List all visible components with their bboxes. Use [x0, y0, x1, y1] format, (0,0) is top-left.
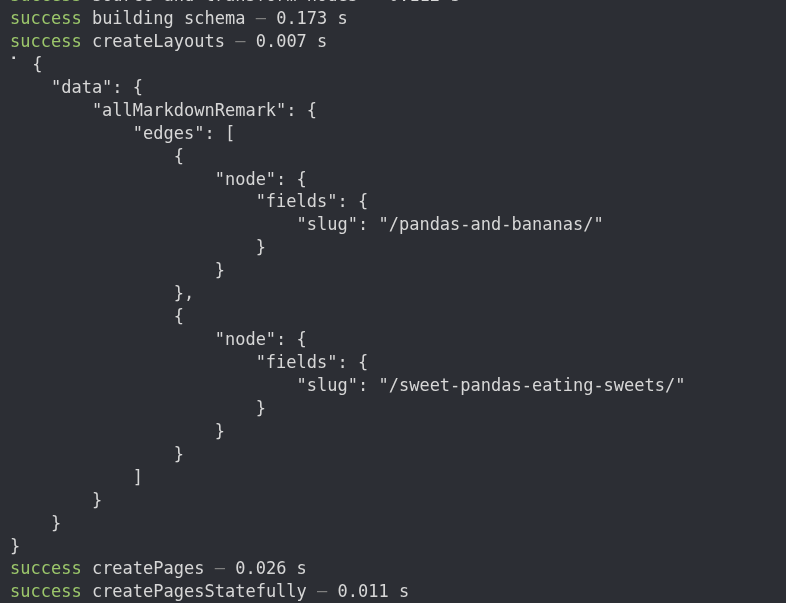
sep: —: [215, 558, 225, 578]
sep: —: [256, 8, 266, 28]
task-time: 0.173 s: [266, 8, 348, 28]
json-line: "allMarkdownRemark": {: [10, 99, 776, 122]
log-line-create-pages: success createPages — 0.026 s: [10, 557, 776, 580]
json-line: "fields": {: [10, 351, 776, 374]
json-line: }: [10, 443, 776, 466]
json-line: }: [10, 489, 776, 512]
task-name: createLayouts: [82, 31, 236, 51]
spinner-icon: ⠁: [10, 53, 22, 76]
task-name: building schema: [82, 8, 256, 28]
json-line: }: [10, 512, 776, 535]
json-line: {: [10, 305, 776, 328]
json-output-end: }: [10, 535, 776, 558]
success-label: success: [10, 0, 82, 5]
json-line: "data": {: [10, 76, 776, 99]
json-line: "node": {: [10, 328, 776, 351]
task-time: 0.007 s: [245, 31, 327, 51]
json-brace: {: [22, 54, 42, 74]
task-time: 0.112 s: [378, 0, 460, 5]
success-label: success: [10, 581, 82, 601]
log-line-create-layouts: success createLayouts — 0.007 s: [10, 30, 776, 53]
json-line: {: [10, 145, 776, 168]
json-line: "node": {: [10, 168, 776, 191]
log-line-create-pages-statefully: success createPagesStatefully — 0.011 s: [10, 580, 776, 603]
json-line: },: [10, 282, 776, 305]
json-line: ]: [10, 466, 776, 489]
json-line: }: [10, 420, 776, 443]
log-line-source-transform: success source and transform nodes — 0.1…: [10, 0, 776, 7]
json-line: "slug": "/sweet-pandas-eating-sweets/": [10, 374, 776, 397]
success-label: success: [10, 558, 82, 578]
task-time: 0.011 s: [327, 581, 409, 601]
task-time: 0.026 s: [225, 558, 307, 578]
sep: —: [317, 581, 327, 601]
sep: —: [368, 0, 378, 5]
task-name: source and transform nodes: [82, 0, 369, 5]
task-name: createPagesStatefully: [82, 581, 317, 601]
json-line: "slug": "/pandas-and-bananas/": [10, 213, 776, 236]
json-line: }: [10, 259, 776, 282]
json-line: }: [10, 236, 776, 259]
success-label: success: [10, 31, 82, 51]
log-line-building-schema: success building schema — 0.173 s: [10, 7, 776, 30]
json-output-start: ⠁ {: [10, 53, 776, 76]
task-name: createPages: [82, 558, 215, 578]
json-line: "edges": [: [10, 122, 776, 145]
json-line: }: [10, 397, 776, 420]
success-label: success: [10, 8, 82, 28]
json-line: "fields": {: [10, 190, 776, 213]
sep: —: [235, 31, 245, 51]
